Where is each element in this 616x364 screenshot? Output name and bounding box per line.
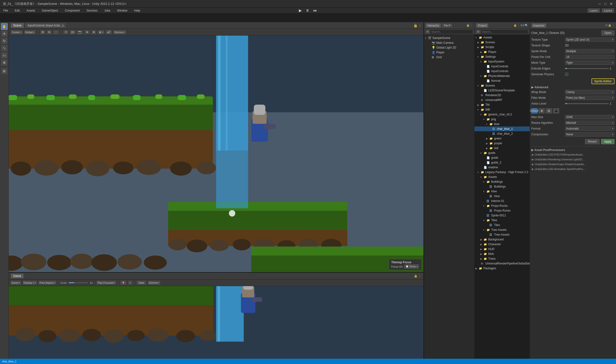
- asset-post-shadergraph[interactable]: ▶ UnityEditor.ShaderGraph.ShaderGraphAs.…: [531, 162, 615, 167]
- compression-dropdown[interactable]: None▾: [565, 132, 615, 137]
- mobile-platform-btn[interactable]: 📱: [553, 108, 559, 114]
- audio-btn[interactable]: 🔊: [105, 30, 112, 35]
- grid-platform-btn[interactable]: ⊞: [546, 108, 552, 114]
- aspect-dropdown[interactable]: Free Aspect▾: [38, 280, 56, 285]
- mute-sound-button[interactable]: 🔇: [120, 280, 127, 285]
- project-search-input[interactable]: [481, 30, 528, 34]
- menu-jobs[interactable]: Jobs: [103, 8, 112, 13]
- inspector-more-btn[interactable]: ⋮: [612, 24, 615, 27]
- menu-edit[interactable]: Edit: [13, 8, 21, 13]
- proj-physicsmaterials[interactable]: ▾📁PhysicsMaterials: [474, 74, 530, 78]
- maximize-button[interactable]: □: [603, 2, 607, 6]
- proj-purple[interactable]: ▶📁purple: [474, 141, 530, 146]
- extrude-edges-slider[interactable]: [565, 68, 609, 69]
- proj-guide2[interactable]: 📄guide: [474, 155, 530, 160]
- open-button[interactable]: Open: [601, 30, 615, 36]
- default-platform-btn[interactable]: Default: [531, 108, 537, 114]
- proj-background[interactable]: ▶📁Background: [474, 237, 530, 242]
- proj-assets[interactable]: ▾📁Assets: [474, 35, 530, 40]
- grid-layout-btn[interactable]: ⊞: [40, 30, 45, 35]
- vsync-button[interactable]: ≈: [128, 280, 133, 285]
- gizmos-btn2[interactable]: ⊕: [91, 30, 96, 35]
- resize-algorithm-dropdown[interactable]: Mitchell▾: [565, 121, 615, 125]
- inspector-history-btn[interactable]: ⟳: [605, 24, 608, 27]
- proj-universalrp[interactable]: ⚙UniversalRenderPipelineGlobalSettings: [474, 261, 530, 266]
- step-button[interactable]: ⏭: [312, 8, 318, 13]
- proj-guide-folder[interactable]: ▾📁guide: [474, 151, 530, 155]
- hierarchy-tab[interactable]: Hierarchy: [425, 23, 441, 28]
- project-settings-btn[interactable]: ⚙: [521, 24, 523, 27]
- scene-tab[interactable]: Scene: [11, 23, 24, 28]
- focus-none-dropdown[interactable]: 🔲 None ▾: [404, 264, 419, 269]
- tile-palette-tab[interactable]: Tile P: [442, 23, 453, 28]
- hierarchy-global-light[interactable]: 💡 Global Light 2D: [424, 45, 474, 50]
- wrap-mode-dropdown[interactable]: Clamp▾: [565, 90, 615, 94]
- hierarchy-main-camera[interactable]: 📷 Main Camera: [424, 40, 474, 45]
- display-dropdown[interactable]: Display 1▾: [22, 280, 37, 285]
- asset-post-spritepost[interactable]: ▶ UnityEditor.U2D.Animation.SpritePostPr…: [531, 167, 615, 171]
- stats-button[interactable]: Stats: [136, 280, 147, 285]
- proj-readme[interactable]: 📄readme: [474, 165, 530, 170]
- sprite-editor-button[interactable]: Sprite Editor: [591, 78, 615, 84]
- hand-tool[interactable]: ✋: [1, 23, 8, 30]
- layers-dropdown[interactable]: Layers: [588, 8, 600, 13]
- more-settings-btn[interactable]: ⋯: [53, 30, 59, 35]
- generate-physics-checkbox[interactable]: ✓: [565, 73, 568, 76]
- proj-tm[interactable]: ▶📁TM: [474, 103, 530, 107]
- project-tab[interactable]: Project: [476, 23, 488, 28]
- max-size-dropdown[interactable]: 2048▾: [565, 115, 615, 119]
- snap-btn[interactable]: ⊟: [46, 30, 52, 35]
- monitor-platform-btn[interactable]: 🖥: [538, 108, 545, 114]
- hierarchy-add-button[interactable]: +: [425, 30, 430, 34]
- asset-post-processors-section[interactable]: ▶Asset PostProcessors: [531, 148, 615, 152]
- gizmos-dropdown[interactable]: Gizmos▾: [113, 30, 126, 35]
- hierarchy-grid[interactable]: ⊞ Grid: [424, 55, 474, 60]
- lighting-btn[interactable]: ☀: [63, 30, 69, 35]
- proj-propsrocks-folder[interactable]: ▾📁Props-Rocks: [474, 203, 530, 208]
- 2d-btn[interactable]: 2D: [70, 30, 76, 35]
- proj-mob[interactable]: ▶📁Mob: [474, 251, 530, 256]
- proj-hive-folder[interactable]: ▾📁Hive: [474, 189, 530, 194]
- proj-universalirp[interactable]: ⚙UniversalIRP: [474, 98, 530, 103]
- menu-file[interactable]: File: [2, 8, 9, 13]
- asset-post-psd[interactable]: ▶ UnityEditor.U2D.PSD.PSDImporterAsset..…: [531, 152, 615, 157]
- scene-more-button[interactable]: ⋮: [418, 24, 422, 27]
- aniso-level-slider[interactable]: [565, 103, 609, 104]
- layout-dropdown[interactable]: Layout: [602, 8, 614, 13]
- rect-tool[interactable]: ▭: [1, 52, 8, 59]
- menu-services[interactable]: Services: [85, 8, 99, 13]
- pause-button[interactable]: ⏸: [305, 8, 310, 13]
- proj-green[interactable]: ▶📁green: [474, 136, 530, 141]
- revert-button[interactable]: Revert: [585, 139, 600, 144]
- apply-button[interactable]: Apply: [601, 139, 615, 144]
- project-info-btn[interactable]: ℹ: [523, 24, 524, 27]
- global-dropdown[interactable]: Global▾: [24, 30, 36, 35]
- filter-mode-dropdown[interactable]: Point (no filter)▾: [565, 96, 615, 100]
- proj-treeassets-file[interactable]: 🖼Tree-Assets: [474, 232, 530, 237]
- center-dropdown[interactable]: Center▾: [11, 30, 23, 35]
- hierarchy-search-input[interactable]: [430, 30, 473, 34]
- hierarchy-more-btn[interactable]: ⋮: [470, 24, 473, 27]
- play-focused-dropdown[interactable]: Play Focused▾: [96, 280, 117, 285]
- inspector-lock-btn[interactable]: 🔒: [608, 24, 611, 27]
- transform-tool[interactable]: ⊕: [1, 59, 8, 66]
- proj-character[interactable]: ▶📁Character: [474, 242, 530, 247]
- proj-hive-file[interactable]: 🖼Hive: [474, 194, 530, 199]
- proj-wb[interactable]: ▾📁WB: [474, 107, 530, 112]
- proj-charblue1[interactable]: 🖼char_blue_1: [474, 127, 530, 131]
- proj-hud[interactable]: ▶📁HUD: [474, 247, 530, 251]
- hierarchy-player[interactable]: 👤 Player: [424, 50, 474, 55]
- project-lock-btn[interactable]: 🔒: [513, 24, 517, 27]
- proj-inputcontrols2[interactable]: 📄InputControls: [474, 69, 530, 74]
- move-tool[interactable]: ✛: [1, 30, 8, 37]
- close-button[interactable]: ✕: [609, 2, 613, 6]
- inspector-tab[interactable]: Inspector: [531, 23, 547, 28]
- proj-tiles-folder[interactable]: ▾📁Tiles: [474, 218, 530, 223]
- menu-component[interactable]: Component: [63, 8, 81, 13]
- proj-sprite0011[interactable]: 🖼Sprite-0011: [474, 213, 530, 218]
- proj-red[interactable]: ▶📁red: [474, 146, 530, 151]
- proj-blue[interactable]: ▾📁blue: [474, 122, 530, 127]
- proj-packages[interactable]: ▶📁Packages: [474, 266, 530, 271]
- proj-interior01[interactable]: 🖼Interior-01: [474, 199, 530, 203]
- proj-treeassets-folder[interactable]: ▾📁Tree-Assets: [474, 227, 530, 232]
